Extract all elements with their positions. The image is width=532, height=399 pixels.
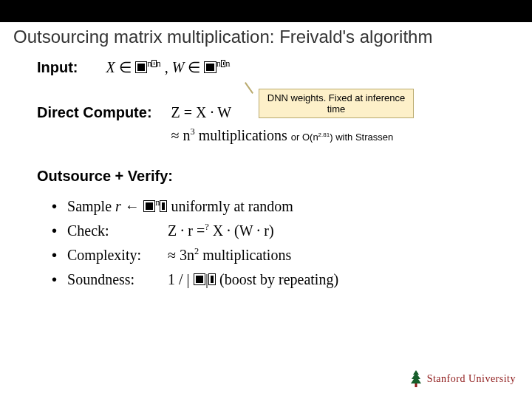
var-w: W: [172, 59, 185, 75]
b2-post: X · (W · r): [209, 222, 274, 239]
note-pre: or O(n: [291, 132, 318, 143]
slide-title: Outsourcing matrix multiplication: Freiv…: [0, 22, 532, 55]
field-glyph-4: [194, 273, 205, 285]
note-exp: 2.81: [318, 132, 330, 138]
field-glyph-2: [204, 61, 216, 73]
b3-label: Complexity:: [67, 245, 157, 265]
exp-1: nn: [147, 58, 161, 69]
b4-val: 1 / | | (boost by repeating): [168, 270, 338, 290]
field-glyph-3: [143, 200, 155, 212]
b4-pre: 1 / |: [168, 271, 194, 287]
times-glyph-1: [151, 60, 156, 67]
bullet-4: • Soundness: 1 / | | (boost by repeating…: [52, 270, 507, 290]
stanford-text: Stanford University: [427, 373, 516, 385]
b3-pre: ≈ 3n: [168, 247, 194, 263]
top-bar: [0, 0, 532, 22]
exp-n-2b: n: [225, 58, 230, 69]
footer-logo: Stanford University: [409, 369, 516, 389]
bullet-dot: •: [52, 197, 57, 216]
elem-in-1: ∈: [119, 59, 132, 75]
bullet-dot: •: [52, 270, 57, 290]
field-glyph-1: [135, 61, 147, 73]
stanford-tree-icon: [409, 369, 423, 389]
bullet-3: • Complexity: ≈ 3n2 multiplications: [52, 245, 507, 265]
b1-text: Sample r ← n uniformly at random: [67, 197, 293, 216]
note-post: ) with Strassen: [330, 132, 393, 143]
b4-post: (boost by repeating): [216, 271, 338, 287]
exp-n-1b: n: [157, 58, 161, 69]
b1-r: r: [115, 198, 121, 214]
b3-post: multiplications: [199, 247, 291, 263]
svg-rect-0: [415, 383, 417, 387]
input-row: Input: X ∈ nn , W ∈ nn: [37, 58, 507, 78]
var-x: X: [106, 59, 115, 75]
b2-eq: Z · r =? X · (W · r): [168, 221, 274, 241]
exp-2: nn: [216, 58, 231, 69]
extra-glyph-1: [160, 200, 167, 212]
direct-label: Direct Compute:: [37, 103, 152, 123]
extra-glyph-2: [208, 273, 216, 285]
outsource-section: Outsource + Verify: • Sample r ← n unifo…: [37, 166, 507, 290]
bullet-list: • Sample r ← n uniformly at random • Che…: [37, 197, 507, 290]
input-label: Input:: [37, 58, 78, 78]
approx-post: multiplications: [195, 127, 287, 143]
b2-label: Check:: [67, 221, 157, 241]
b1-post: uniformly at random: [167, 198, 293, 214]
b1-arrow: ←: [121, 198, 143, 214]
approx-pre: ≈ n: [171, 127, 191, 143]
bullet-dot: •: [52, 221, 57, 241]
elem-in-2: ∈: [188, 59, 200, 75]
b4-label: Soundness:: [67, 270, 157, 290]
bullet-1: • Sample r ← n uniformly at random: [52, 197, 507, 216]
input-math: X ∈ nn , W ∈ nn: [106, 58, 231, 78]
outsource-label: Outsource + Verify:: [37, 166, 507, 186]
callout-box: DNN weights. Fixed at inference time: [259, 89, 414, 118]
times-glyph-2: [221, 60, 225, 67]
strassen-note: or O(n2.81) with Strassen: [291, 132, 394, 143]
bullet-2: • Check: Z · r =? X · (W · r): [52, 221, 507, 241]
direct-approx: ≈ n3 multiplications or O(n2.81) with St…: [171, 126, 394, 146]
comma: ,: [165, 59, 168, 75]
b2-pre: Z · r =: [168, 222, 205, 239]
b3-val: ≈ 3n2 multiplications: [168, 245, 291, 265]
b1-pre: Sample: [67, 198, 115, 214]
callout-wrap: DNN weights. Fixed at inference time: [259, 89, 414, 118]
slide: Outsourcing matrix multiplication: Freiv…: [0, 0, 532, 399]
bullet-dot: •: [52, 245, 57, 265]
